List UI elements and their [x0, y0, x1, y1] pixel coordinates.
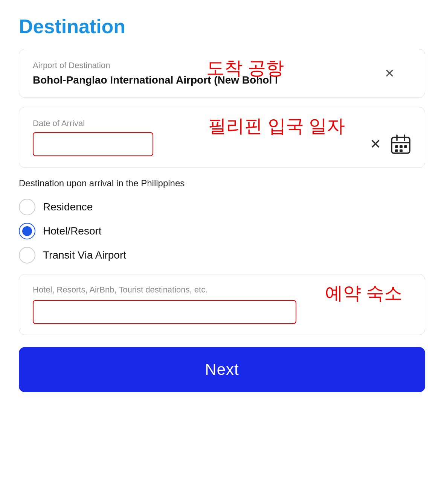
- radio-hotel[interactable]: Hotel/Resort: [19, 223, 425, 239]
- radio-hotel-inner: [22, 226, 32, 236]
- svg-rect-7: [395, 149, 398, 152]
- radio-hotel-outer[interactable]: [19, 223, 35, 239]
- arrival-date-card: Date of Arrival ✕ 필리핀 입국 일자: [19, 107, 425, 168]
- svg-rect-6: [404, 145, 407, 148]
- radio-transit-outer[interactable]: [19, 247, 35, 263]
- airport-value: Bohol-Panglao International Airport (New…: [33, 74, 411, 86]
- airport-clear-icon[interactable]: ✕: [384, 66, 395, 81]
- airport-label: Airport of Destination: [33, 61, 411, 70]
- radio-group: Residence Hotel/Resort Transit Via Airpo…: [19, 199, 425, 263]
- arrival-date-input[interactable]: [33, 132, 153, 156]
- destination-section-label: Destination upon arrival in the Philippi…: [19, 177, 425, 190]
- calendar-icon[interactable]: [390, 134, 411, 155]
- destination-section: Destination upon arrival in the Philippi…: [19, 177, 425, 263]
- next-button[interactable]: Next: [19, 347, 425, 392]
- svg-rect-8: [400, 149, 403, 152]
- radio-transit-label: Transit Via Airport: [43, 249, 126, 261]
- svg-rect-5: [400, 145, 403, 148]
- arrival-clear-icon[interactable]: ✕: [370, 137, 381, 151]
- hotel-hint-label: Hotel, Resorts, AirBnb, Tourist destinat…: [33, 285, 411, 295]
- radio-hotel-label: Hotel/Resort: [43, 225, 102, 237]
- radio-residence-outer[interactable]: [19, 199, 35, 215]
- radio-residence-label: Residence: [43, 201, 93, 213]
- radio-residence[interactable]: Residence: [19, 199, 425, 215]
- svg-rect-4: [395, 145, 398, 148]
- arrival-label: Date of Arrival: [33, 119, 411, 128]
- airport-card: Airport of Destination Bohol-Panglao Int…: [19, 49, 425, 98]
- hotel-input[interactable]: [33, 300, 296, 324]
- hotel-card: Hotel, Resorts, AirBnb, Tourist destinat…: [19, 274, 425, 335]
- page-title: Destination: [19, 15, 425, 38]
- radio-transit[interactable]: Transit Via Airport: [19, 247, 425, 263]
